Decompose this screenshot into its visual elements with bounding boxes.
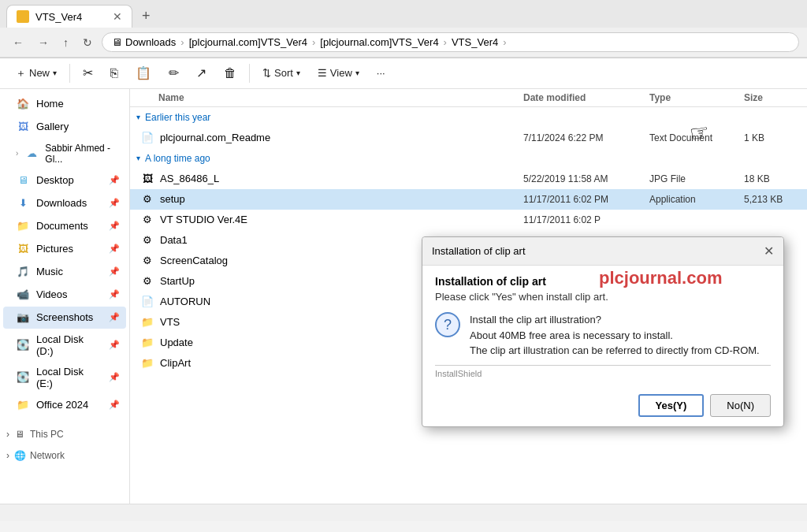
dialog-msg-line2: About 40MB free area is necessary to ins… bbox=[470, 328, 760, 344]
dialog-message: Install the clip art illustration? About… bbox=[470, 312, 760, 359]
no-button[interactable]: No(N) bbox=[710, 394, 771, 417]
dialog-header-text: Installation of clip art bbox=[435, 275, 771, 288]
dialog-buttons: Yes(Y) No(N) bbox=[422, 388, 783, 426]
dialog-msg-line1: Install the clip art illustration? bbox=[470, 312, 760, 328]
dialog-question-icon: ? bbox=[435, 312, 460, 337]
dialog-msg-line3: The clip art illustration can be referre… bbox=[470, 343, 760, 359]
dialog-close-button[interactable]: ✕ bbox=[764, 244, 774, 259]
dialog-subtext: Please click "Yes" when install clip art… bbox=[435, 291, 771, 303]
install-dialog: Installation of clip art ✕ Installation … bbox=[422, 236, 784, 427]
dialog-content: ? Install the clip art illustration? Abo… bbox=[435, 312, 771, 359]
installshield-label: InstallShield bbox=[435, 369, 482, 378]
dialog-body: Installation of clip art Please click "Y… bbox=[422, 266, 783, 388]
dialog-title-text: Installation of clip art bbox=[432, 245, 526, 257]
installshield-bar: InstallShield bbox=[435, 365, 771, 378]
dialog-overlay: Installation of clip art ✕ Installation … bbox=[0, 0, 807, 532]
dialog-titlebar: Installation of clip art ✕ bbox=[422, 237, 783, 266]
cursor-hand-icon: ☞ bbox=[687, 118, 711, 147]
yes-button[interactable]: Yes(Y) bbox=[638, 394, 705, 417]
